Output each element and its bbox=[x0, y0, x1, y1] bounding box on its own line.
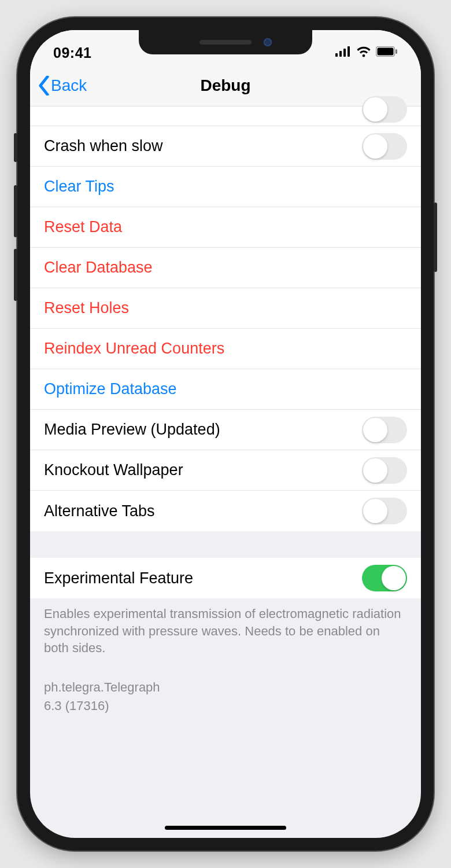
row-partial-top[interactable] bbox=[30, 106, 421, 126]
row-clear-tips[interactable]: Clear Tips bbox=[30, 167, 421, 207]
volume-up-button[interactable] bbox=[14, 185, 17, 237]
battery-icon bbox=[376, 46, 398, 59]
volume-down-button[interactable] bbox=[14, 249, 17, 301]
front-camera bbox=[264, 38, 272, 46]
row-label: Alternative Tabs bbox=[44, 502, 362, 520]
row-label: Clear Database bbox=[44, 259, 407, 277]
row-label: Knockout Wallpaper bbox=[44, 461, 362, 479]
svg-rect-1 bbox=[339, 51, 342, 57]
status-time: 09:41 bbox=[53, 45, 91, 61]
back-label: Back bbox=[51, 76, 87, 95]
experimental-description: Enables experimental transmission of ele… bbox=[30, 598, 421, 657]
phone-frame: 09:41 Back Debug bbox=[17, 17, 434, 851]
speaker-grille bbox=[199, 40, 252, 45]
switch-knockout-wallpaper[interactable] bbox=[362, 457, 407, 484]
nav-bar: Back Debug bbox=[30, 65, 421, 106]
wifi-icon bbox=[356, 46, 371, 60]
row-experimental-feature[interactable]: Experimental Feature bbox=[30, 558, 421, 598]
row-reset-data[interactable]: Reset Data bbox=[30, 207, 421, 248]
row-label: Optimize Database bbox=[44, 380, 407, 398]
svg-rect-5 bbox=[378, 48, 394, 56]
page-title: Debug bbox=[30, 76, 421, 95]
row-alternative-tabs[interactable]: Alternative Tabs bbox=[30, 491, 421, 531]
app-version: 6.3 (17316) bbox=[30, 696, 421, 715]
row-label: Reset Holes bbox=[44, 299, 407, 317]
chevron-left-icon bbox=[38, 76, 50, 95]
content[interactable]: Crash when slow Clear Tips Reset Data Cl… bbox=[30, 106, 421, 714]
row-label: Media Preview (Updated) bbox=[44, 421, 362, 439]
svg-rect-2 bbox=[343, 49, 346, 57]
row-reindex-unread[interactable]: Reindex Unread Counters bbox=[30, 329, 421, 369]
svg-rect-3 bbox=[348, 46, 350, 57]
row-label: Reset Data bbox=[44, 218, 407, 236]
row-media-preview[interactable]: Media Preview (Updated) bbox=[30, 410, 421, 450]
row-crash-when-slow[interactable]: Crash when slow bbox=[30, 126, 421, 167]
row-reset-holes[interactable]: Reset Holes bbox=[30, 288, 421, 329]
power-button[interactable] bbox=[434, 203, 437, 272]
switch-crash-when-slow[interactable] bbox=[362, 133, 407, 160]
back-button[interactable]: Back bbox=[38, 76, 87, 95]
row-label: Clear Tips bbox=[44, 178, 407, 196]
settings-group-2: Experimental Feature bbox=[30, 558, 421, 598]
app-bundle-id: ph.telegra.Telegraph bbox=[30, 657, 421, 696]
switch-alternative-tabs[interactable] bbox=[362, 498, 407, 524]
switch-partial-top[interactable] bbox=[362, 96, 407, 123]
switch-media-preview[interactable] bbox=[362, 417, 407, 443]
cellular-signal-icon bbox=[335, 46, 352, 59]
mute-switch[interactable] bbox=[14, 133, 17, 162]
row-optimize-database[interactable]: Optimize Database bbox=[30, 369, 421, 410]
row-label: Reindex Unread Counters bbox=[44, 340, 407, 358]
home-indicator[interactable] bbox=[165, 826, 286, 830]
row-label: Experimental Feature bbox=[44, 569, 362, 587]
screen: 09:41 Back Debug bbox=[30, 30, 421, 838]
row-knockout-wallpaper[interactable]: Knockout Wallpaper bbox=[30, 450, 421, 491]
notch bbox=[139, 30, 312, 54]
settings-group-1: Crash when slow Clear Tips Reset Data Cl… bbox=[30, 106, 421, 531]
svg-rect-6 bbox=[395, 49, 397, 54]
row-clear-database[interactable]: Clear Database bbox=[30, 248, 421, 288]
svg-rect-0 bbox=[335, 53, 338, 57]
switch-experimental-feature[interactable] bbox=[362, 565, 407, 591]
row-label: Crash when slow bbox=[44, 137, 362, 155]
